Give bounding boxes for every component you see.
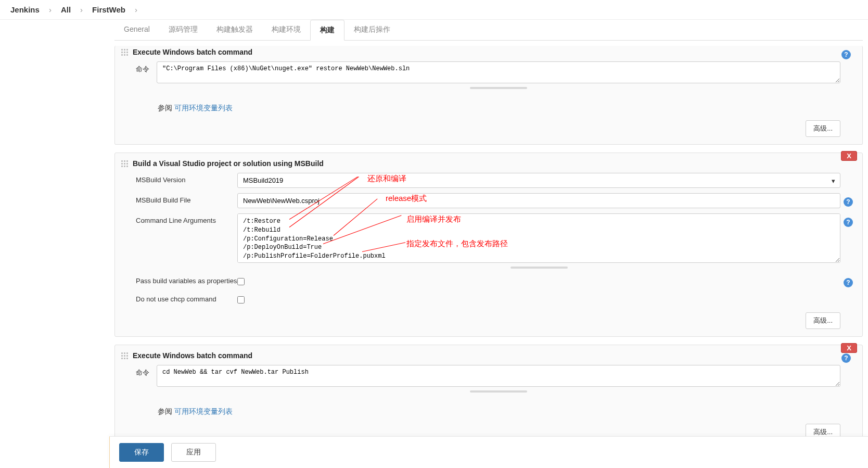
config-content: General 源码管理 构建触发器 构建环境 构建 构建后操作 Execute… [109,20,868,468]
tab-triggers[interactable]: 构建触发器 [207,20,262,40]
save-button[interactable]: 保存 [119,443,164,462]
tab-post[interactable]: 构建后操作 [344,20,400,40]
build-step-batch-1: Execute Windows batch command ? 命令 参阅 可用… [114,46,863,145]
msbuild-args-label: Command Line Arguments [136,213,237,224]
command-label: 命令 [136,61,157,74]
advanced-button[interactable]: 高级... [806,312,840,329]
breadcrumb: Jenkins › All › FirstWeb › [0,0,868,20]
chevron-right-icon: › [49,5,52,14]
advanced-button[interactable]: 高级... [806,120,840,137]
apply-button[interactable]: 应用 [171,443,216,462]
msbuild-file-input[interactable] [237,193,840,208]
no-chcp-label: Do not use chcp command [136,292,237,303]
tab-general[interactable]: General [114,20,159,40]
msbuild-version-select[interactable]: MSBuild2019 [237,173,840,188]
build-step-msbuild: X Build a Visual Studio project or solut… [114,153,863,337]
pass-vars-row: Pass build variables as properties ? [121,274,856,287]
msbuild-version-row: MSBuild Version MSBuild2019 ▾ [121,173,856,188]
config-tabs: General 源码管理 构建触发器 构建环境 构建 构建后操作 [114,20,863,41]
env-vars-link[interactable]: 可用环境变量列表 [174,104,233,112]
drag-handle-icon[interactable] [121,49,129,56]
help-icon[interactable]: ? [844,278,853,287]
chevron-right-icon: › [80,5,83,14]
resize-grip[interactable] [470,87,527,89]
section-title: Build a Visual Studio project or solutio… [121,157,856,173]
command-row: 命令 [121,61,856,89]
help-icon[interactable]: ? [841,50,851,59]
breadcrumb-jenkins[interactable]: Jenkins [10,5,40,14]
command-label: 命令 [136,365,157,377]
msbuild-args-row: Command Line Arguments ? [121,213,856,269]
tab-scm[interactable]: 源码管理 [159,20,207,40]
footer-bar: 保存 应用 [109,436,868,468]
msbuild-args-input[interactable] [237,213,840,263]
command-row: 命令 [121,365,856,393]
drag-handle-icon[interactable] [121,160,129,168]
env-vars-link[interactable]: 可用环境变量列表 [174,407,233,415]
build-step-batch-2: X Execute Windows batch command ? 命令 参阅 … [114,345,863,448]
pass-vars-checkbox[interactable] [237,278,245,285]
help-icon[interactable]: ? [844,218,853,227]
command-input[interactable] [157,365,840,387]
drag-handle-icon[interactable] [121,352,129,360]
chevron-right-icon: › [135,5,137,14]
breadcrumb-project[interactable]: FirstWeb [92,5,125,14]
tab-build[interactable]: 构建 [310,20,344,41]
reference-text: 参阅 可用环境变量列表 [121,398,856,422]
reference-text: 参阅 可用环境变量列表 [121,94,856,118]
msbuild-version-label: MSBuild Version [136,173,237,184]
section-title: Execute Windows batch command ? [121,46,856,61]
help-icon[interactable]: ? [844,197,853,207]
section-title: Execute Windows batch command ? [121,349,856,365]
msbuild-file-row: MSBuild Build File ? [121,193,856,208]
no-chcp-checkbox[interactable] [237,296,245,303]
no-chcp-row: Do not use chcp command [121,292,856,305]
msbuild-file-label: MSBuild Build File [136,193,237,204]
command-input[interactable] [157,61,840,83]
resize-grip[interactable] [470,390,527,393]
tab-env[interactable]: 构建环境 [262,20,310,40]
breadcrumb-all[interactable]: All [61,5,71,14]
help-icon[interactable]: ? [841,353,851,363]
resize-grip[interactable] [510,267,568,269]
pass-vars-label: Pass build variables as properties [136,274,237,285]
